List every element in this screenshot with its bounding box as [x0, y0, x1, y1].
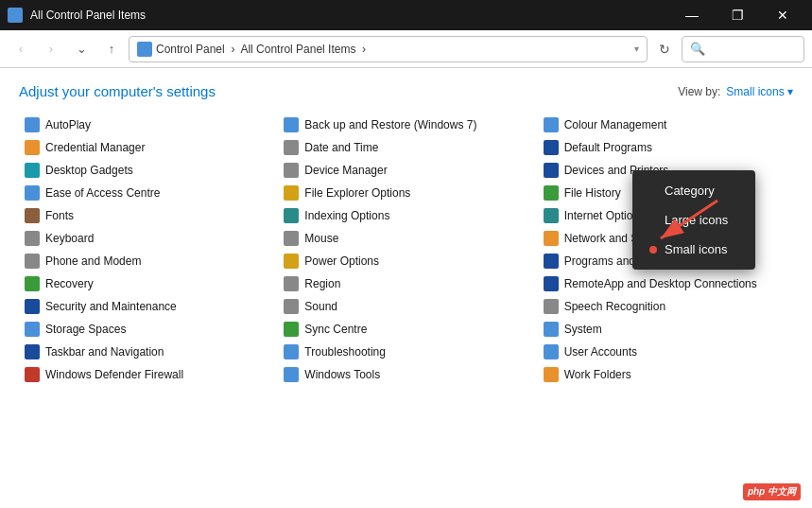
- up-button[interactable]: ↑: [98, 36, 125, 62]
- control-item[interactable]: Windows Defender Firewall: [19, 364, 274, 385]
- item-label: Region: [304, 277, 340, 290]
- control-item[interactable]: Default Programs: [538, 137, 793, 158]
- item-icon: [544, 299, 559, 314]
- address-dropdown-icon: ▾: [634, 44, 639, 54]
- control-item[interactable]: Keyboard: [19, 228, 274, 249]
- item-label: Recovery: [45, 277, 94, 290]
- item-icon: [544, 254, 559, 269]
- main-content: Adjust your computer's settings View by:…: [0, 68, 812, 508]
- item-icon: [544, 276, 559, 291]
- search-box[interactable]: 🔍: [682, 36, 804, 62]
- item-icon: [544, 163, 559, 178]
- item-icon: [284, 367, 299, 382]
- item-label: Power Options: [304, 254, 379, 268]
- control-item[interactable]: Device Manager: [278, 160, 533, 181]
- item-label: Back up and Restore (Windows 7): [304, 118, 476, 131]
- maximize-button[interactable]: ❐: [716, 0, 759, 30]
- item-icon: [284, 299, 299, 314]
- control-item[interactable]: System: [538, 319, 793, 340]
- item-icon: [25, 276, 40, 291]
- control-item[interactable]: Windows Tools: [278, 364, 533, 385]
- forward-button[interactable]: ›: [38, 36, 64, 62]
- minimize-button[interactable]: —: [670, 0, 714, 30]
- control-item[interactable]: Troubleshooting: [278, 342, 533, 362]
- control-item[interactable]: Work Folders: [538, 364, 793, 385]
- item-icon: [25, 163, 40, 178]
- item-label: Mouse: [304, 232, 338, 245]
- item-icon: [284, 208, 299, 223]
- control-item[interactable]: Fonts: [19, 205, 274, 226]
- control-item[interactable]: Region: [278, 273, 533, 294]
- item-label: Phone and Modem: [45, 254, 141, 268]
- item-icon: [284, 163, 299, 178]
- window-title: All Control Panel Items: [30, 9, 663, 22]
- item-label: System: [564, 323, 602, 336]
- control-item[interactable]: Indexing Options: [278, 205, 533, 226]
- dropdown-item[interactable]: Category: [632, 176, 755, 205]
- view-dropdown-button[interactable]: Small icons ▾: [726, 85, 793, 98]
- item-icon: [25, 322, 40, 337]
- control-item[interactable]: Colour Management: [538, 114, 793, 135]
- item-label: Taskbar and Navigation: [45, 345, 164, 359]
- item-icon: [284, 231, 299, 246]
- control-item[interactable]: RemoteApp and Desktop Connections: [538, 273, 793, 294]
- close-button[interactable]: ✕: [761, 0, 804, 30]
- item-icon: [284, 254, 299, 269]
- item-label: Speech Recognition: [564, 300, 665, 313]
- item-label: Credential Manager: [45, 141, 145, 154]
- view-dropdown-menu: CategoryLarge iconsSmall icons: [632, 170, 755, 270]
- item-label: Fonts: [45, 209, 74, 222]
- control-item[interactable]: Recovery: [19, 273, 274, 294]
- item-label: Keyboard: [45, 232, 94, 245]
- control-item[interactable]: User Accounts: [538, 342, 793, 362]
- control-item[interactable]: Date and Time: [278, 137, 533, 158]
- item-label: Indexing Options: [304, 209, 389, 222]
- item-label: File History: [564, 186, 621, 200]
- item-icon: [544, 185, 559, 201]
- dropdown-item-label: Large icons: [665, 213, 728, 227]
- item-icon: [284, 276, 299, 291]
- dropdown-item[interactable]: Large icons: [632, 205, 755, 235]
- control-item[interactable]: Ease of Access Centre: [19, 183, 274, 203]
- control-item[interactable]: AutoPlay: [19, 114, 274, 135]
- item-icon: [25, 254, 40, 269]
- control-item[interactable]: Security and Maintenance: [19, 296, 274, 317]
- control-item[interactable]: Desktop Gadgets: [19, 160, 274, 181]
- item-label: Desktop Gadgets: [45, 164, 133, 177]
- item-icon: [25, 140, 40, 155]
- search-icon: 🔍: [690, 42, 705, 56]
- control-item[interactable]: Credential Manager: [19, 137, 274, 158]
- dropdown-item-label: Small icons: [665, 242, 727, 256]
- item-icon: [284, 140, 299, 155]
- item-label: RemoteApp and Desktop Connections: [564, 277, 757, 290]
- item-icon: [544, 322, 559, 337]
- item-label: AutoPlay: [45, 118, 91, 131]
- control-item[interactable]: Sync Centre: [278, 319, 533, 340]
- item-icon: [544, 344, 559, 359]
- back-button[interactable]: ‹: [8, 36, 34, 62]
- control-item[interactable]: Taskbar and Navigation: [19, 342, 274, 362]
- control-item[interactable]: Sound: [278, 296, 533, 317]
- item-label: Ease of Access Centre: [45, 186, 160, 200]
- dropdown-item[interactable]: Small icons: [632, 235, 755, 264]
- control-item[interactable]: Mouse: [278, 228, 533, 249]
- control-item[interactable]: Speech Recognition: [538, 296, 793, 317]
- item-label: Date and Time: [304, 141, 378, 154]
- item-icon: [284, 344, 299, 359]
- refresh-button[interactable]: ↻: [651, 36, 678, 62]
- item-label: Sync Centre: [304, 323, 367, 336]
- item-icon: [25, 299, 40, 314]
- control-item[interactable]: File Explorer Options: [278, 183, 533, 203]
- item-label: Sound: [304, 300, 337, 313]
- control-item[interactable]: Storage Spaces: [19, 319, 274, 340]
- recent-button[interactable]: ⌄: [68, 36, 95, 62]
- item-icon: [544, 208, 559, 223]
- control-item[interactable]: Power Options: [278, 251, 533, 272]
- item-label: Storage Spaces: [45, 323, 126, 336]
- watermark: php 中文网: [743, 483, 801, 500]
- item-icon: [284, 117, 299, 132]
- control-item[interactable]: Phone and Modem: [19, 251, 274, 272]
- address-icon: [137, 42, 152, 57]
- address-field[interactable]: Control Panel › All Control Panel Items …: [129, 36, 648, 62]
- control-item[interactable]: Back up and Restore (Windows 7): [278, 114, 533, 135]
